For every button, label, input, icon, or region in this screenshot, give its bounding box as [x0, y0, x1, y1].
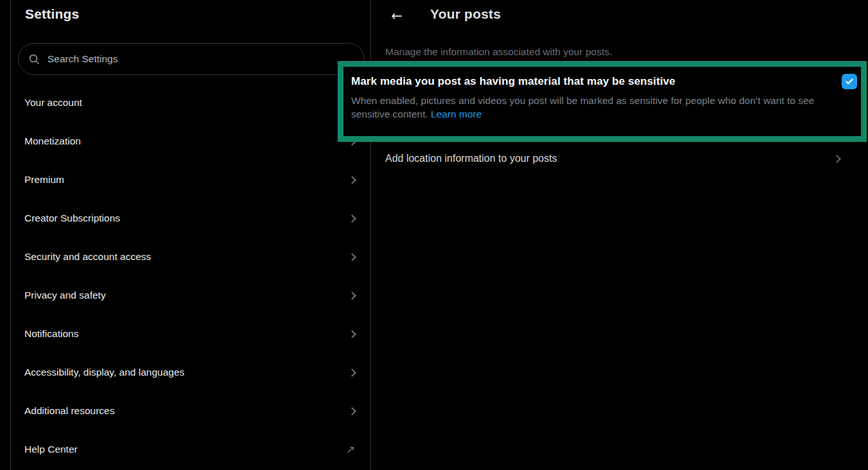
sidebar-item-monetization[interactable]: Monetization — [11, 122, 370, 161]
back-arrow-icon[interactable]: ← — [386, 5, 408, 27]
sensitive-media-title: Mark media you post as having material t… — [351, 74, 834, 89]
sidebar-item-label: Help Center — [24, 444, 346, 455]
settings-page: Settings Your account Monetization Premi… — [0, 0, 868, 470]
search-input[interactable] — [48, 53, 354, 65]
search-icon — [29, 54, 40, 65]
page-title: Settings — [25, 6, 79, 22]
sidebar-item-your-account[interactable]: Your account — [11, 83, 370, 122]
sidebar-item-help-center[interactable]: Help Center ↗ — [11, 430, 370, 469]
sidebar-item-label: Additional resources — [24, 405, 349, 417]
sidebar-item-label: Creator Subscriptions — [24, 213, 349, 224]
description-text: When enabled, pictures and videos you po… — [351, 95, 814, 119]
highlighted-sensitive-media-row: Mark media you post as having material t… — [338, 61, 867, 142]
section-subtitle: Manage the information associated with y… — [385, 46, 612, 58]
add-location-row[interactable]: Add location information to your posts — [372, 143, 868, 175]
search-settings-box — [18, 43, 365, 75]
chevron-right-icon — [348, 176, 356, 184]
sidebar-item-notifications[interactable]: Notifications — [11, 315, 370, 353]
sidebar-item-premium[interactable]: Premium — [11, 161, 370, 199]
sidebar-item-label: Your account — [24, 97, 349, 109]
sidebar-item-security-and-account-access[interactable]: Security and account access — [11, 238, 370, 276]
external-link-icon: ↗ — [346, 444, 355, 455]
learn-more-link[interactable]: Learn more — [431, 109, 482, 119]
sidebar-item-label: Notifications — [24, 328, 349, 340]
chevron-right-icon — [348, 292, 356, 300]
chevron-right-icon — [833, 155, 841, 163]
check-icon — [846, 76, 853, 84]
sensitive-media-checkbox[interactable] — [842, 74, 857, 89]
sidebar-item-label: Premium — [24, 174, 349, 186]
chevron-right-icon — [348, 214, 356, 223]
chevron-right-icon — [348, 330, 356, 338]
section-title: Your posts — [430, 6, 501, 22]
sidebar-item-label: Monetization — [24, 135, 349, 147]
chevron-right-icon — [348, 407, 356, 415]
sidebar-item-label: Privacy and safety — [24, 290, 349, 301]
sidebar-item-accessibility-display-and-languages[interactable]: Accessibility, display, and languages — [11, 353, 370, 392]
sidebar-nav: Your account Monetization Premium Creato… — [11, 83, 370, 469]
sidebar-item-privacy-and-safety[interactable]: Privacy and safety — [11, 276, 370, 315]
sidebar-item-creator-subscriptions[interactable]: Creator Subscriptions — [11, 199, 370, 238]
sidebar-item-label: Security and account access — [24, 251, 349, 263]
sidebar-item-label: Accessibility, display, and languages — [24, 367, 349, 378]
chevron-right-icon — [348, 253, 356, 261]
sidebar-item-additional-resources[interactable]: Additional resources — [11, 392, 370, 430]
settings-sidebar: Settings Your account Monetization Premi… — [10, 0, 371, 470]
add-location-label: Add location information to your posts — [385, 153, 834, 164]
chevron-right-icon — [348, 369, 356, 377]
sensitive-media-description: When enabled, pictures and videos you po… — [351, 94, 851, 121]
